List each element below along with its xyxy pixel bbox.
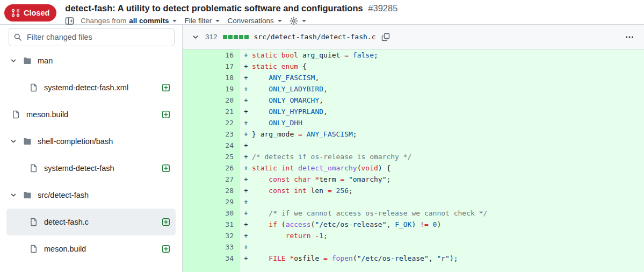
chevron-down-icon: [10, 57, 17, 65]
code-token: int: [294, 187, 306, 195]
code-token: =: [328, 187, 332, 195]
code-text: ONLY_OMARCHY,: [252, 95, 644, 106]
code-text: [252, 196, 644, 207]
code-token: const: [269, 187, 290, 195]
code-token: } arg_mode: [252, 130, 298, 138]
code-token: 1: [319, 232, 323, 240]
line-number[interactable]: 22: [183, 117, 240, 128]
diffstat-block: [244, 35, 249, 39]
code-text: return -1;: [252, 230, 644, 241]
line-number[interactable]: 23: [183, 128, 240, 140]
conversations-label: Conversations: [227, 17, 273, 25]
file-icon: [12, 110, 20, 119]
code-token: ANY_FASCISM: [269, 74, 315, 82]
diff-marker: +: [240, 83, 252, 95]
diff-line: 24+: [183, 140, 644, 151]
tree-file-meson-build[interactable]: meson.build: [6, 235, 176, 262]
sidebar-toggle-button[interactable]: [65, 17, 74, 25]
line-number[interactable]: 30: [183, 207, 240, 219]
line-number[interactable]: 27: [183, 174, 240, 185]
conversations-dropdown[interactable]: Conversations: [226, 17, 283, 25]
line-number[interactable]: 16: [183, 49, 240, 61]
copy-path-button[interactable]: [381, 33, 390, 41]
code-token: "/etc/os-release": [357, 254, 429, 262]
code-token: term: [319, 175, 340, 183]
code-text: const int len = 256;: [252, 185, 644, 196]
code-token: FILE: [269, 254, 285, 262]
line-number[interactable]: 26: [183, 162, 240, 174]
diff-marker: +: [240, 72, 252, 83]
line-number[interactable]: 24: [183, 140, 240, 151]
code-token: (: [353, 254, 357, 262]
code-token: static: [252, 164, 277, 172]
code-token: ONLY_HYPRLAND: [269, 108, 323, 116]
diff-line: 22+ ONLY_DHH: [183, 117, 644, 128]
code-token: false: [353, 51, 374, 59]
file-filter-dropdown[interactable]: File filter: [183, 17, 221, 25]
diff-marker: +: [240, 128, 252, 140]
diff-added-icon: [162, 164, 170, 173]
diff-line: 19+ ONLY_LADYBIRD,: [183, 83, 644, 95]
diff-line: 28+ const int len = 256;: [183, 185, 644, 196]
line-number[interactable]: 25: [183, 151, 240, 162]
code-token: [252, 96, 269, 104]
code-token: 256: [336, 187, 349, 195]
tree-file-meson-build[interactable]: meson.build: [6, 101, 176, 128]
changes-from-value: all commits: [129, 17, 169, 25]
code-text: if (access("/etc/os-release", F_OK) != 0…: [252, 219, 644, 230]
code-token: ,: [315, 74, 319, 82]
code-token: [252, 175, 269, 183]
caret-down-icon: [172, 20, 177, 22]
tree-file-systemd-detect-fash-xml[interactable]: systemd-detect-fash.xml: [6, 74, 176, 101]
file-icon: [30, 245, 38, 253]
line-number[interactable]: 19: [183, 83, 240, 95]
file-options-button[interactable]: [625, 33, 634, 41]
tree-folder-src-detect-fash[interactable]: src/detect-fash: [6, 182, 176, 209]
file-filter-label: File filter: [184, 17, 212, 25]
tree-item-label: meson.build: [26, 110, 68, 119]
code-token: [252, 85, 269, 93]
code-token: "omarchy": [349, 175, 386, 183]
line-number[interactable]: 32: [183, 230, 240, 241]
tree-folder-shell-completion-bash[interactable]: shell-completion/bash: [6, 128, 176, 155]
code-token: =: [323, 254, 328, 262]
code-token: ,: [429, 254, 437, 262]
folder-icon: [23, 137, 32, 146]
tree-file-detect-fash-c[interactable]: detect-fash.c: [6, 209, 176, 235]
code-token: !=: [420, 220, 429, 228]
tree-item-label: systemd-detect-fash: [44, 164, 114, 173]
code-token: [277, 51, 281, 59]
line-number[interactable]: 21: [183, 106, 240, 117]
changes-from-dropdown[interactable]: Changes from all commits: [79, 17, 178, 25]
line-number[interactable]: 28: [183, 185, 240, 196]
diff-marker: +: [240, 49, 252, 61]
line-number[interactable]: 20: [183, 95, 240, 106]
git-pull-request-closed-icon: [11, 9, 20, 17]
diff-marker: +: [240, 241, 252, 253]
line-number[interactable]: 17: [183, 61, 240, 72]
title-row: detect-fash: A utility to detect problem…: [65, 3, 397, 13]
code-token: [252, 209, 269, 217]
line-number[interactable]: 34: [183, 253, 240, 264]
diff-line: 29+: [183, 196, 644, 207]
diff-settings-dropdown[interactable]: [288, 17, 307, 25]
filter-changed-files-input[interactable]: [9, 28, 175, 46]
line-number[interactable]: 18: [183, 72, 240, 83]
diff-code: 16+static bool arg_quiet = false;17+stat…: [183, 49, 644, 272]
code-token: =: [298, 130, 302, 138]
line-number[interactable]: 29: [183, 196, 240, 207]
code-token: fopen: [332, 254, 353, 262]
line-number[interactable]: 33: [183, 241, 240, 253]
code-text: static bool arg_quiet = false;: [252, 49, 644, 61]
code-token: ,: [319, 96, 323, 104]
tree-file-systemd-detect-fash[interactable]: systemd-detect-fash: [6, 155, 176, 182]
code-token: bool: [281, 51, 298, 59]
diff-marker: +: [240, 230, 252, 241]
code-token: static: [252, 62, 277, 70]
tree-folder-man[interactable]: man: [6, 47, 176, 74]
collapse-file-button[interactable]: [191, 33, 200, 41]
tree-item-label: src/detect-fash: [38, 191, 89, 199]
code-text: [252, 241, 644, 253]
code-token: [332, 187, 336, 195]
line-number[interactable]: 31: [183, 219, 240, 230]
